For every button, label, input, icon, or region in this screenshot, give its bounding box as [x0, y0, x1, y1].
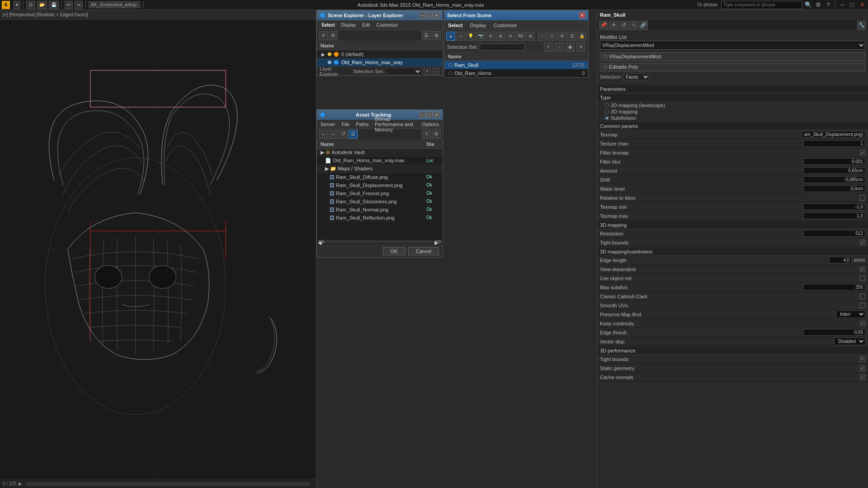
preserve-map-dropdown[interactable]: Interr Smooth	[836, 310, 865, 318]
toolbar-save[interactable]: 💾	[49, 1, 59, 9]
at-row-maxfile[interactable]: 📄 Old_Ram_Horns_max_vray.max Loc	[317, 157, 443, 165]
view-dep-checkbox[interactable]	[860, 267, 865, 272]
at-maximize[interactable]: □	[426, 112, 433, 118]
sfs-selset-remove[interactable]: -	[555, 42, 564, 52]
sfs-light-btn[interactable]: 💡	[466, 32, 475, 41]
smooth-uvs-checkbox[interactable]	[860, 303, 865, 308]
at-row-displacement[interactable]: 🖼 Ram_Skull_Displacement.png Ok	[317, 181, 443, 189]
sel-set-btn2[interactable]: -	[433, 68, 440, 75]
viewport-scrollbar[interactable]	[26, 482, 310, 486]
water-level-input[interactable]	[803, 185, 865, 192]
tight-bounds-checkbox[interactable]	[860, 240, 865, 245]
sfs-cam-btn[interactable]: 📷	[476, 32, 485, 41]
sel-set-btn1[interactable]: +	[424, 68, 431, 75]
texture-chan-input[interactable]	[803, 140, 865, 147]
at-row-reflection[interactable]: 🖼 Ram_Skull_Reflection.png Ok	[317, 214, 443, 222]
tree-item-layer0[interactable]: ▶ 🔶 0 (default)	[317, 50, 443, 58]
selection-type-dropdown[interactable]: Faces Vertices Edges	[623, 73, 650, 80]
sfs-geom-btn[interactable]: ▲	[446, 32, 455, 41]
perf-static-geom-checkbox[interactable]	[860, 366, 865, 371]
help-icon[interactable]: ?	[824, 1, 832, 9]
vector-disp-dropdown[interactable]: Disabled Tangent Object	[834, 338, 865, 345]
r-rotate-btn[interactable]: ↺	[619, 21, 628, 30]
sfs-all-btn[interactable]: All	[516, 32, 525, 41]
sfs-shape-btn[interactable]: ◇	[456, 32, 465, 41]
sfs-sort-btn[interactable]: ↕	[538, 32, 547, 41]
sfs-item-old-ram[interactable]: ⬡ Old_Ram_Horns 0	[444, 69, 588, 77]
minimize-btn[interactable]: ─	[838, 1, 846, 9]
r-scale-btn[interactable]: ⤡	[629, 21, 638, 30]
at-help-btn[interactable]: ?	[422, 130, 431, 139]
scene-tree[interactable]: ▶ 🔶 0 (default) 🔷 Old_Ram_Horns_max_vray	[317, 50, 443, 66]
r-link-btn[interactable]: 🔗	[639, 21, 648, 30]
sfs-tab-customize[interactable]: Customize	[492, 23, 519, 28]
scene-tab-display[interactable]: Display	[338, 23, 359, 28]
modifier-editable-poly[interactable]: ⬡ Editable Poly	[600, 63, 865, 71]
radio-3d[interactable]: 3D mapping	[604, 109, 865, 114]
toolbar-redo[interactable]: ↪	[75, 1, 83, 9]
edge-thresh-input[interactable]	[803, 329, 865, 336]
sfs-selset-highlight[interactable]: ◉	[566, 42, 575, 52]
scene-explorer-close[interactable]: ✕	[434, 12, 440, 19]
use-obj-mtl-checkbox[interactable]	[860, 276, 865, 281]
sfs-tree[interactable]: ⬡ Ram_Skull 13725 ⬡ Old_Ram_Horns 0	[444, 61, 588, 77]
at-menu-file[interactable]: File	[340, 122, 350, 127]
at-row-diffuse[interactable]: 🖼 Ram_Skull_Diffuse.png Ok	[317, 173, 443, 181]
at-remove-btn[interactable]: ─	[329, 130, 338, 139]
at-minimize[interactable]: ─	[419, 112, 425, 118]
sfs-bone-btn[interactable]: ⊘	[506, 32, 515, 41]
at-menu-paths[interactable]: Paths	[355, 122, 369, 127]
sfs-space-btn[interactable]: ⊕	[496, 32, 505, 41]
radio-2d[interactable]: 2D mapping (landscape)	[604, 103, 865, 108]
radio-subdivision[interactable]: Subdivision	[604, 115, 865, 121]
viewport-canvas[interactable]	[0, 20, 316, 479]
texmap-input[interactable]	[802, 131, 865, 138]
modifier-list-dropdown[interactable]: VRayDisplacementMod Editable Poly	[600, 41, 865, 50]
scene-tab-select[interactable]: Select	[319, 23, 337, 28]
sfs-selset-add[interactable]: +	[544, 42, 553, 52]
filter-texmap-checkbox[interactable]	[860, 150, 865, 155]
sfs-helper-btn[interactable]: ✛	[486, 32, 495, 41]
texmap-max-input[interactable]	[803, 212, 865, 219]
at-add-btn[interactable]: +	[319, 130, 328, 139]
classic-catmull-checkbox[interactable]	[860, 294, 865, 299]
at-grid-btn[interactable]: ☰	[349, 130, 358, 139]
radio-sub-dot[interactable]	[604, 116, 609, 120]
r-move-btn[interactable]: ✛	[609, 21, 618, 30]
keep-cont-checkbox[interactable]	[860, 321, 865, 326]
maximize-btn[interactable]: □	[848, 1, 856, 9]
at-row-glossiness[interactable]: 🖼 Ram_Skull_Glossiness.png Ok	[317, 197, 443, 206]
perf-cache-normals-checkbox[interactable]	[860, 375, 865, 380]
at-row-normal[interactable]: 🖼 Ram_Skull_Normal.png Ok	[317, 206, 443, 214]
at-scroll-track[interactable]	[325, 240, 434, 244]
sfs-none-btn[interactable]: ⊗	[526, 32, 535, 41]
at-close[interactable]: ✕	[434, 112, 440, 118]
sfs-tab-display[interactable]: Display	[468, 23, 488, 28]
edge-length-input[interactable]	[829, 257, 852, 263]
selection-set-dropdown[interactable]	[386, 68, 422, 75]
perf-tight-bounds-checkbox[interactable]	[860, 357, 865, 362]
at-cancel-btn[interactable]: Cancel	[408, 247, 439, 255]
modifier-vray[interactable]: ⬡ VRayDisplacementMod	[600, 52, 865, 61]
scene-explorer-minimize[interactable]: ─	[419, 12, 425, 19]
toolbar-file[interactable]: ▾	[14, 1, 20, 9]
scene-search-btn[interactable]: ✕	[319, 31, 328, 40]
sfs-selset-input[interactable]	[480, 43, 525, 51]
max-subdivs-input[interactable]	[803, 284, 865, 291]
r-pin-btn[interactable]: 📌	[599, 21, 608, 30]
texmap-min-input[interactable]	[803, 203, 865, 210]
at-ok-btn[interactable]: OK	[383, 247, 406, 255]
at-row-vault[interactable]: ▶ 🏛 Autodesk Vault	[317, 149, 443, 157]
at-menu-server[interactable]: Server	[320, 122, 336, 127]
sfs-list-btn[interactable]: ☰	[567, 32, 576, 41]
settings-icon[interactable]: ⚙	[814, 1, 822, 9]
search-input[interactable]	[721, 1, 802, 9]
sfs-lock-btn[interactable]: 🔒	[577, 32, 586, 41]
tree-item-layer1[interactable]: 🔷 Old_Ram_Horns_max_vray	[317, 58, 443, 66]
at-row-maps[interactable]: ▶ 📁 Maps / Shaders	[317, 165, 443, 173]
toolbar-undo[interactable]: ↩	[65, 1, 73, 9]
filter-blur-input[interactable]	[803, 158, 865, 165]
scene-filter-btn[interactable]: ⚙	[329, 31, 338, 40]
r-mod-btn[interactable]: 🔧	[857, 21, 866, 30]
at-reload-btn[interactable]: ↺	[339, 130, 348, 139]
